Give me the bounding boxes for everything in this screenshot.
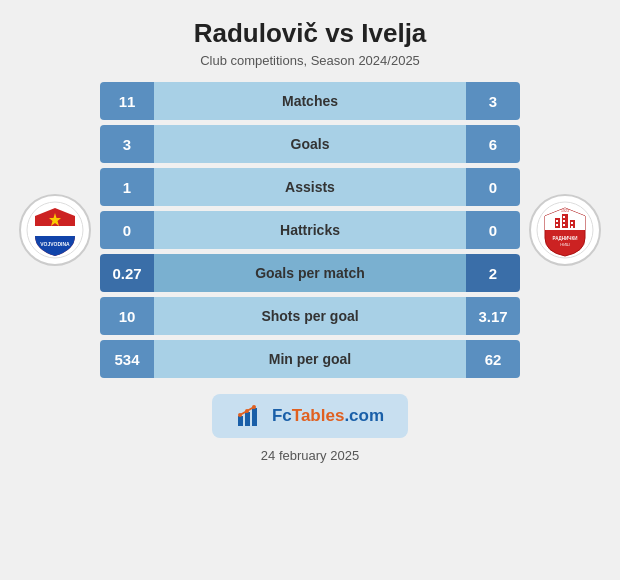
stat-right-value: 3 (466, 82, 520, 120)
stat-right-value: 0 (466, 211, 520, 249)
svg-rect-20 (252, 408, 257, 426)
svg-point-21 (238, 413, 242, 417)
stat-label: Goals (154, 125, 466, 163)
stats-area: VOJVODINA 11Matches33Goals61Assists00Hat… (10, 82, 610, 378)
stat-right-value: 0 (466, 168, 520, 206)
match-subtitle: Club competitions, Season 2024/2025 (200, 53, 420, 68)
fctables-icon (236, 402, 264, 430)
svg-rect-18 (238, 416, 243, 426)
svg-rect-11 (563, 220, 565, 222)
stat-row: 3Goals6 (100, 125, 520, 163)
svg-rect-5 (555, 218, 560, 228)
stat-label: Hattricks (154, 211, 466, 249)
stat-left-value: 0 (100, 211, 154, 249)
brand-logo[interactable]: FcTables.com (212, 394, 408, 438)
svg-rect-8 (556, 220, 558, 222)
brand-text: FcTables.com (272, 406, 384, 426)
stat-left-value: 1 (100, 168, 154, 206)
stat-row: 0.27Goals per match2 (100, 254, 520, 292)
stat-right-value: 2 (466, 254, 520, 292)
svg-text:1923: 1923 (561, 209, 569, 213)
svg-point-23 (252, 405, 256, 409)
vojvodina-crest-icon: VOJVODINA (25, 200, 85, 260)
stat-right-value: 6 (466, 125, 520, 163)
left-logo-circle: VOJVODINA (19, 194, 91, 266)
stat-left-value: 3 (100, 125, 154, 163)
stat-left-value: 0.27 (100, 254, 154, 292)
svg-text:НИШ: НИШ (560, 242, 570, 247)
svg-rect-9 (556, 224, 558, 226)
stat-row: 10Shots per goal3.17 (100, 297, 520, 335)
svg-rect-10 (563, 216, 565, 218)
radnicki-crest-icon: РАДНИЧКИ НИШ 1923 (535, 200, 595, 260)
svg-rect-14 (571, 226, 573, 228)
svg-text:VOJVODINA: VOJVODINA (40, 241, 70, 247)
stat-right-value: 62 (466, 340, 520, 378)
stat-row: 1Assists0 (100, 168, 520, 206)
svg-point-22 (245, 409, 249, 413)
stat-label: Matches (154, 82, 466, 120)
stat-label: Assists (154, 168, 466, 206)
match-title: Radulovič vs Ivelja (194, 18, 427, 49)
stat-right-value: 3.17 (466, 297, 520, 335)
right-logo-circle: РАДНИЧКИ НИШ 1923 (529, 194, 601, 266)
stat-row: 534Min per goal62 (100, 340, 520, 378)
stat-row: 0Hattricks0 (100, 211, 520, 249)
svg-text:РАДНИЧКИ: РАДНИЧКИ (553, 236, 578, 241)
main-container: Radulovič vs Ivelja Club competitions, S… (0, 0, 620, 580)
svg-rect-1 (35, 226, 75, 236)
stat-label: Min per goal (154, 340, 466, 378)
right-team-logo: РАДНИЧКИ НИШ 1923 (520, 194, 610, 266)
stat-left-value: 10 (100, 297, 154, 335)
svg-rect-19 (245, 412, 250, 426)
stats-rows: 11Matches33Goals61Assists00Hattricks00.2… (100, 82, 520, 378)
stat-row: 11Matches3 (100, 82, 520, 120)
svg-rect-12 (563, 224, 565, 226)
footer-date: 24 february 2025 (261, 448, 359, 463)
svg-rect-13 (571, 222, 573, 224)
stat-left-value: 11 (100, 82, 154, 120)
stat-label: Goals per match (154, 254, 466, 292)
left-team-logo: VOJVODINA (10, 194, 100, 266)
stat-left-value: 534 (100, 340, 154, 378)
stat-label: Shots per goal (154, 297, 466, 335)
